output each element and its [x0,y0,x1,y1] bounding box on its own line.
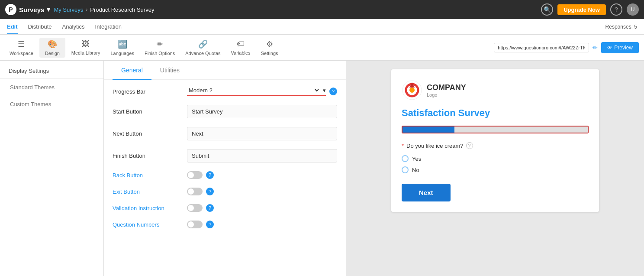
question-numbers-help-icon[interactable]: ? [206,221,214,228]
edit-url-button[interactable]: ✏ [592,44,598,51]
question-text: Do you like ice cream? [406,143,464,149]
toolbar-settings[interactable]: ⚙ Settings [257,38,283,58]
settings-panel: General Utilities Progress Bar Modern 1 … [104,61,346,276]
logo-letter: P [5,4,16,15]
exit-button-toggle[interactable] [187,188,203,195]
preview-panel: COMPANY Logo Satisfaction Survey * Do yo… [346,61,644,276]
radio-circle-no [402,166,409,173]
finish-button-input[interactable] [187,149,337,162]
progress-bar-row: Progress Bar Modern 1 Modern 2 Classic N… [113,87,337,96]
advance-quotas-icon: 🔗 [198,39,208,49]
progress-bar-label: Progress Bar [113,88,182,95]
toolbar-workspace[interactable]: ☰ Workspace [5,38,38,58]
finish-button-label: Finish Button [113,153,182,159]
design-icon: 🎨 [48,39,57,49]
survey-url-input[interactable] [494,43,589,52]
nav-actions: 🔍 Upgrade Now ? U [541,3,639,16]
back-button-help-icon[interactable]: ? [206,171,214,179]
top-navigation: P Surveys ▾ My Surveys › Product Researc… [0,0,644,19]
company-logo-area: COMPANY Logo [402,80,589,101]
exit-button-label: Exit Button [113,188,182,195]
toolbar-settings-label: Settings [261,51,278,56]
nav-edit[interactable]: Edit [7,19,18,34]
progress-bar-control: Modern 1 Modern 2 Classic None ▾ ? [187,87,337,96]
validation-toggle[interactable] [187,204,203,212]
radio-label-no: No [412,167,419,173]
toolbar-finish-options[interactable]: ✏ Finish Options [140,38,179,58]
validation-control: ? [187,204,337,212]
toolbar-variables[interactable]: 🏷 Variables [227,38,255,57]
company-text: COMPANY Logo [427,83,466,97]
toolbar-right: ✏ 👁 Preview [494,42,639,53]
next-button-row: Next Button [113,127,337,140]
upgrade-button[interactable]: Upgrade Now [557,4,606,15]
toolbar-media-library[interactable]: 🖼 Media Library [67,38,105,57]
toolbar-finish-label: Finish Options [145,51,175,56]
workspace-icon: ☰ [18,39,25,49]
languages-icon: 🔤 [118,39,127,49]
sidebar: Display Settings Standard Themes Custom … [0,61,104,276]
start-button-row: Start Button [113,105,337,118]
progress-bar-rest [454,127,588,133]
question-numbers-row: Question Numbers ? [113,221,337,228]
back-button-control: ? [187,171,337,179]
progress-bar-preview [402,126,589,133]
toolbar-media-label: Media Library [71,50,100,55]
progress-bar-help-icon[interactable]: ? [329,88,337,95]
sidebar-item-standard-themes[interactable]: Standard Themes [0,79,103,96]
select-chevron-icon: ▾ [323,87,326,94]
toolbar-design[interactable]: 🎨 Design [39,38,65,58]
validation-row: Validation Instruction ? [113,204,337,212]
back-button-toggle[interactable] [187,171,203,179]
start-button-control [187,105,337,118]
toolbar-design-label: Design [45,51,60,56]
standard-themes-label: Standard Themes [10,84,55,91]
responses-count: Responses: 5 [605,24,637,30]
search-icon[interactable]: 🔍 [541,3,553,16]
my-surveys-link[interactable]: My Surveys [54,6,83,13]
toolbar: ☰ Workspace 🎨 Design 🖼 Media Library 🔤 L… [0,35,644,61]
help-icon[interactable]: ? [610,3,622,16]
tab-general[interactable]: General [113,61,151,80]
nav-analytics[interactable]: Analytics [62,19,84,34]
back-button-row: Back Button ? [113,171,337,179]
progress-bar-select[interactable]: Modern 1 Modern 2 Classic None [187,87,320,94]
media-library-icon: 🖼 [82,39,90,49]
toolbar-advance-quotas[interactable]: 🔗 Advance Quotas [181,38,225,58]
app-logo[interactable]: P Surveys ▾ [5,4,50,15]
svg-point-2 [409,88,415,93]
survey-title: Satisfaction Survey [402,107,589,119]
form-section: Progress Bar Modern 1 Modern 2 Classic N… [104,80,346,244]
custom-themes-label: Custom Themes [10,101,51,107]
nav-distribute[interactable]: Distribute [28,19,52,34]
exit-button-row: Exit Button ? [113,188,337,195]
radio-option-yes[interactable]: Yes [402,155,589,162]
start-button-input[interactable] [187,105,337,118]
question-numbers-label: Question Numbers [113,221,182,228]
next-button-control [187,127,337,140]
next-button-input[interactable] [187,127,337,140]
nav-integration[interactable]: Integration [95,19,122,34]
required-star: * [402,143,404,149]
tab-utilities[interactable]: Utilities [151,61,188,80]
company-name: COMPANY [427,83,466,92]
question-help-icon[interactable]: ? [466,142,473,149]
toolbar-languages[interactable]: 🔤 Languages [106,38,138,58]
current-survey-title: Product Research Survey [90,6,154,13]
validation-help-icon[interactable]: ? [206,204,214,212]
next-button-preview[interactable]: Next [402,184,451,201]
secondary-navigation: Edit Distribute Analytics Integration Re… [0,19,644,35]
preview-button[interactable]: 👁 Preview [601,42,639,53]
next-button-label: Next Button [113,130,182,137]
radio-circle-yes [402,155,409,162]
question-numbers-toggle[interactable] [187,221,203,228]
sidebar-item-custom-themes[interactable]: Custom Themes [0,96,103,113]
toolbar-variables-label: Variables [231,50,251,55]
user-avatar[interactable]: U [627,3,639,16]
toolbar-languages-label: Languages [110,51,134,56]
exit-button-help-icon[interactable]: ? [206,188,214,195]
start-button-label: Start Button [113,108,182,115]
radio-option-no[interactable]: No [402,166,589,173]
progress-bar-fill [402,127,454,133]
radio-label-yes: Yes [412,156,421,162]
